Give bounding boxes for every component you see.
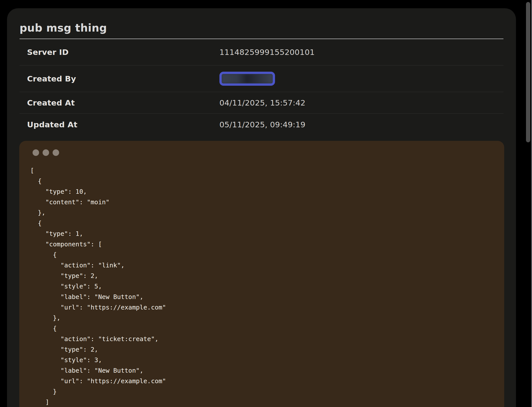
detail-row-created-by: Created By <box>20 66 503 92</box>
scrollbar-track[interactable] <box>522 0 532 407</box>
created-by-value <box>219 72 275 86</box>
server-id-label: Server ID <box>27 48 219 57</box>
created-by-label: Created By <box>27 74 219 83</box>
scrollbar-thumb[interactable] <box>526 2 530 142</box>
created-at-label: Created At <box>27 98 219 107</box>
updated-at-value: 05/11/2025, 09:49:19 <box>219 120 306 129</box>
window-dot-icon <box>43 149 49 156</box>
window-dot-icon <box>53 149 59 156</box>
server-id-value: 1114825999155200101 <box>219 48 315 57</box>
window-dot-icon <box>33 149 39 156</box>
terminal-window-dots <box>33 149 495 156</box>
json-code-block: [ { "type": 10, "content": "moin" }, { "… <box>19 141 504 407</box>
updated-at-label: Updated At <box>27 120 219 129</box>
redacted-username-smudge <box>222 74 273 83</box>
json-code-content: [ { "type": 10, "content": "moin" }, { "… <box>30 165 495 407</box>
page-title: pub msg thing <box>20 22 503 34</box>
detail-card: pub msg thing Server ID 1114825999155200… <box>7 8 516 407</box>
detail-row-created-at: Created At 04/11/2025, 15:57:42 <box>20 92 503 114</box>
redacted-user-badge[interactable] <box>219 72 275 86</box>
created-at-value: 04/11/2025, 15:57:42 <box>219 98 306 107</box>
detail-row-server-id: Server ID 1114825999155200101 <box>20 39 503 66</box>
detail-row-updated-at: Updated At 05/11/2025, 09:49:19 <box>20 114 503 135</box>
